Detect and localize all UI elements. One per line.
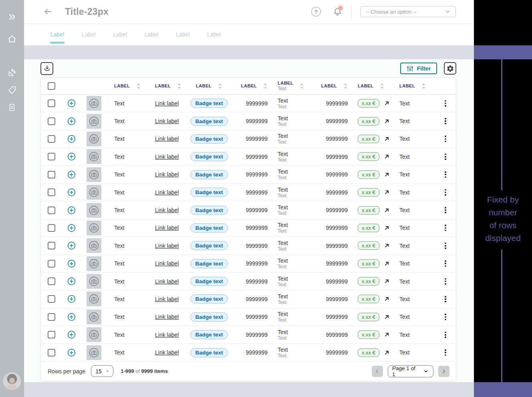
row-menu-button[interactable] — [443, 116, 448, 126]
row-checkbox[interactable] — [48, 331, 55, 338]
sort-icon[interactable] — [218, 83, 222, 89]
row-menu-button[interactable] — [443, 312, 448, 322]
image-placeholder[interactable] — [87, 167, 101, 182]
arrow-up-right-icon[interactable] — [383, 278, 390, 285]
cell-link[interactable]: Link label — [155, 207, 179, 213]
row-checkbox[interactable] — [48, 277, 55, 285]
row-menu-button[interactable] — [443, 170, 448, 179]
row-checkbox[interactable] — [48, 99, 55, 107]
arrow-up-right-icon[interactable] — [383, 171, 390, 178]
arrow-up-right-icon[interactable] — [383, 260, 390, 267]
select-all-checkbox[interactable] — [48, 82, 55, 90]
image-placeholder[interactable] — [87, 132, 101, 146]
row-menu-button[interactable] — [443, 348, 448, 357]
row-checkbox[interactable] — [48, 171, 55, 178]
row-menu-button[interactable] — [443, 152, 448, 162]
image-placeholder[interactable] — [87, 345, 101, 360]
row-checkbox[interactable] — [48, 295, 55, 303]
row-checkbox[interactable] — [48, 153, 55, 160]
row-checkbox[interactable] — [48, 188, 55, 196]
add-button[interactable] — [67, 117, 76, 126]
add-button[interactable] — [67, 312, 76, 322]
row-menu-button[interactable] — [443, 188, 448, 197]
row-menu-button[interactable] — [443, 277, 448, 286]
image-placeholder[interactable] — [87, 292, 101, 306]
arrow-up-right-icon[interactable] — [383, 189, 390, 196]
add-button[interactable] — [67, 170, 76, 179]
rows-per-page-select[interactable]: 15 — [91, 365, 113, 377]
cell-link[interactable]: Link label — [155, 296, 179, 302]
cell-link[interactable]: Link label — [155, 100, 179, 107]
add-button[interactable] — [67, 152, 76, 161]
row-checkbox[interactable] — [48, 260, 55, 267]
cell-link[interactable]: Link label — [155, 314, 179, 320]
previous-page-button[interactable] — [372, 366, 383, 377]
sidebar-tags-button[interactable] — [6, 83, 18, 96]
add-button[interactable] — [67, 99, 76, 108]
arrow-up-right-icon[interactable] — [383, 118, 390, 125]
sort-icon[interactable] — [343, 83, 348, 89]
row-menu-button[interactable] — [443, 330, 448, 340]
row-menu-button[interactable] — [443, 259, 448, 268]
sort-icon[interactable] — [300, 83, 304, 89]
sort-icon[interactable] — [421, 83, 426, 89]
row-menu-button[interactable] — [443, 134, 448, 144]
download-button[interactable] — [40, 62, 53, 75]
arrow-up-right-icon[interactable] — [383, 314, 390, 320]
add-button[interactable] — [67, 259, 76, 268]
row-checkbox[interactable] — [48, 117, 55, 125]
sidebar-documents-button[interactable] — [6, 101, 18, 114]
cell-link[interactable]: Link label — [155, 349, 179, 356]
image-placeholder[interactable] — [87, 203, 101, 218]
row-checkbox[interactable] — [48, 207, 55, 214]
cell-link[interactable]: Link label — [155, 225, 179, 231]
sort-icon[interactable] — [177, 83, 181, 89]
next-page-button[interactable] — [438, 366, 449, 377]
add-button[interactable] — [67, 241, 76, 250]
add-button[interactable] — [67, 348, 76, 357]
tab[interactable]: Label — [144, 24, 159, 45]
image-placeholder[interactable] — [87, 238, 101, 253]
image-placeholder[interactable] — [87, 274, 101, 289]
image-placeholder[interactable] — [87, 114, 101, 129]
add-button[interactable] — [67, 294, 76, 304]
row-checkbox[interactable] — [48, 135, 55, 143]
arrow-up-right-icon[interactable] — [383, 331, 390, 338]
cell-link[interactable]: Link label — [155, 171, 179, 178]
help-button[interactable]: ? — [311, 7, 321, 16]
arrow-up-right-icon[interactable] — [383, 349, 390, 356]
sidebar-home-button[interactable] — [6, 32, 18, 45]
add-button[interactable] — [67, 223, 76, 233]
cell-link[interactable]: Link label — [155, 189, 179, 196]
tab[interactable]: Label — [207, 24, 221, 45]
page-select[interactable]: Page 1 of 1 — [388, 365, 433, 377]
row-checkbox[interactable] — [48, 313, 55, 321]
notifications-button[interactable] — [331, 6, 343, 18]
tab[interactable]: Label — [175, 24, 190, 45]
row-menu-button[interactable] — [443, 294, 448, 304]
add-button[interactable] — [67, 277, 76, 286]
settings-button[interactable] — [444, 62, 456, 75]
header-dropdown[interactable]: -- Choose an option -- — [361, 6, 456, 17]
cell-link[interactable]: Link label — [155, 243, 179, 249]
image-placeholder[interactable] — [87, 221, 101, 235]
cell-link[interactable]: Link label — [155, 136, 179, 142]
tab[interactable]: Label — [113, 24, 127, 45]
arrow-up-right-icon[interactable] — [383, 153, 390, 160]
image-placeholder[interactable] — [87, 310, 101, 324]
arrow-up-right-icon[interactable] — [383, 207, 390, 214]
row-menu-button[interactable] — [443, 223, 448, 233]
row-checkbox[interactable] — [48, 242, 55, 249]
tab[interactable]: Label — [81, 24, 96, 45]
arrow-up-right-icon[interactable] — [383, 100, 390, 107]
arrow-up-right-icon[interactable] — [383, 136, 390, 142]
cell-link[interactable]: Link label — [155, 332, 179, 338]
arrow-up-right-icon[interactable] — [383, 296, 390, 302]
add-button[interactable] — [67, 206, 76, 215]
sort-icon[interactable] — [380, 83, 384, 89]
image-placeholder[interactable] — [87, 185, 101, 200]
back-button[interactable] — [43, 6, 54, 17]
sidebar-design-button[interactable] — [6, 66, 18, 79]
image-placeholder[interactable] — [87, 149, 101, 164]
sidebar-expand-button[interactable] — [6, 10, 18, 23]
